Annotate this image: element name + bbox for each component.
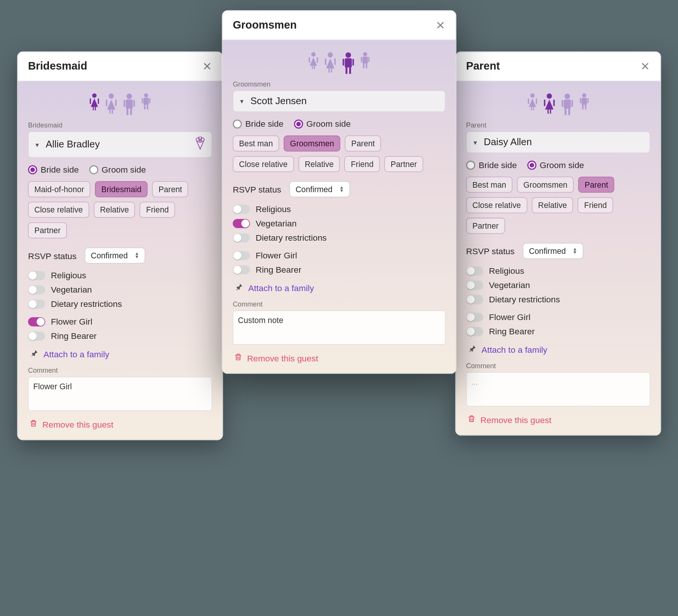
rsvp-select[interactable]: Confirmed ▲▼ xyxy=(289,181,350,197)
remove-guest-text: Remove this guest xyxy=(247,353,318,363)
role-chip[interactable]: Friend xyxy=(345,156,380,172)
dietary-toggle[interactable] xyxy=(466,295,483,304)
attach-family-text: Attach to a family xyxy=(44,349,109,359)
card-header: Bridesmaid ✕ xyxy=(18,52,222,81)
flower_girl-toggle[interactable] xyxy=(466,313,483,322)
groom-side-radio[interactable]: Groom side xyxy=(527,160,584,170)
role-chip[interactable]: Partner xyxy=(28,222,67,238)
close-icon[interactable]: ✕ xyxy=(202,61,212,72)
role-chip[interactable]: Close relative xyxy=(466,197,527,213)
role-chip[interactable]: Friend xyxy=(578,197,613,213)
svg-rect-68 xyxy=(580,98,581,103)
figure-woman-icon[interactable] xyxy=(105,93,117,115)
role-chip[interactable]: Best man xyxy=(233,135,279,152)
ring_bearer-label: Ring Bearer xyxy=(489,326,535,336)
role-chip[interactable]: Bridesmaid xyxy=(95,181,148,197)
figure-picker xyxy=(233,52,445,74)
role-chip[interactable]: Relative xyxy=(532,197,573,213)
role-chip[interactable]: Parent xyxy=(578,177,614,193)
rsvp-select[interactable]: Confirmed ▲▼ xyxy=(85,247,146,264)
role-chip[interactable]: Relative xyxy=(298,156,340,172)
bride-side-radio[interactable]: Bride side xyxy=(28,165,79,174)
guest-name-select[interactable]: ▼ Allie Bradley xyxy=(28,132,212,158)
ring_bearer-toggle[interactable] xyxy=(233,265,250,274)
comment-input[interactable]: Custom note xyxy=(233,310,445,344)
vegetarian-toggle[interactable] xyxy=(233,218,250,228)
role-chip[interactable]: Partner xyxy=(385,156,423,172)
role-chip[interactable]: Close relative xyxy=(28,202,89,218)
comment-label: Comment xyxy=(28,366,212,374)
vegetarian-toggle[interactable] xyxy=(466,281,483,290)
role-chip[interactable]: Parent xyxy=(152,181,189,197)
figure-woman-icon[interactable] xyxy=(324,52,336,74)
dietary-toggle[interactable] xyxy=(233,233,250,242)
attach-family-link[interactable]: Attach to a family xyxy=(30,349,212,360)
religious-toggle[interactable] xyxy=(28,271,45,280)
religious-toggle[interactable] xyxy=(233,204,250,213)
figure-man-icon[interactable] xyxy=(342,52,354,74)
bride-side-radio[interactable]: Bride side xyxy=(466,160,517,170)
figure-woman-icon[interactable] xyxy=(543,93,555,115)
figure-man-icon[interactable] xyxy=(561,93,573,115)
close-icon[interactable]: ✕ xyxy=(640,61,650,72)
chevron-down-icon: ▼ xyxy=(473,139,478,146)
figure-boy-icon[interactable] xyxy=(141,93,151,115)
svg-rect-69 xyxy=(587,98,588,103)
dietary-toggle[interactable] xyxy=(28,299,45,308)
groom-side-radio[interactable]: Groom side xyxy=(89,165,146,174)
role-chip[interactable]: Parent xyxy=(345,135,381,152)
close-icon[interactable]: ✕ xyxy=(436,20,445,31)
svg-point-10 xyxy=(126,94,132,99)
card-title: Groomsmen xyxy=(233,19,297,31)
role-chip[interactable]: Relative xyxy=(94,202,135,218)
remove-guest-button[interactable]: Remove this guest xyxy=(467,414,650,425)
vegetarian-toggle[interactable] xyxy=(28,285,45,294)
guest-name-select[interactable]: ▼ Scott Jensen xyxy=(233,90,445,112)
comment-input[interactable]: ... xyxy=(466,372,650,407)
comment-label: Comment xyxy=(466,362,650,370)
role-chip[interactable]: Groomsmen xyxy=(517,177,574,193)
remove-guest-button[interactable]: Remove this guest xyxy=(234,353,445,363)
sort-icon: ▲▼ xyxy=(339,186,344,193)
figure-girl-icon[interactable] xyxy=(89,93,99,115)
attach-family-text: Attach to a family xyxy=(482,345,547,355)
ring_bearer-toggle[interactable] xyxy=(28,331,45,340)
attach-family-link[interactable]: Attach to a family xyxy=(235,282,445,293)
attach-family-link[interactable]: Attach to a family xyxy=(468,344,650,355)
guest-name: Allie Bradley xyxy=(46,139,189,150)
groom-side-radio[interactable]: Groom side xyxy=(294,119,351,129)
figure-girl-icon[interactable] xyxy=(308,52,318,74)
figure-man-icon[interactable] xyxy=(123,93,135,115)
svg-rect-65 xyxy=(581,98,587,105)
svg-rect-55 xyxy=(550,109,551,114)
role-chip[interactable]: Groomsmen xyxy=(284,135,341,152)
rsvp-select[interactable]: Confirmed ▲▼ xyxy=(523,243,584,259)
religious-toggle[interactable] xyxy=(466,266,483,275)
figure-boy-icon[interactable] xyxy=(579,93,589,115)
svg-rect-9 xyxy=(115,100,117,106)
figure-girl-icon[interactable] xyxy=(527,93,537,115)
svg-rect-15 xyxy=(134,100,135,107)
ring_bearer-toggle[interactable] xyxy=(466,327,483,336)
guest-card: Bridesmaid ✕ xyxy=(17,52,223,440)
flower_girl-toggle[interactable] xyxy=(28,317,45,326)
role-chip[interactable]: Friend xyxy=(140,202,175,218)
role-chip[interactable]: Close relative xyxy=(233,156,294,172)
svg-rect-21 xyxy=(149,98,150,103)
remove-guest-button[interactable]: Remove this guest xyxy=(29,419,212,429)
svg-rect-40 xyxy=(343,59,344,65)
role-chip[interactable]: Partner xyxy=(466,218,505,234)
role-chip[interactable]: Maid-of-honor xyxy=(28,181,90,197)
svg-rect-33 xyxy=(331,68,332,73)
comment-input[interactable]: Flower Girl xyxy=(28,377,212,411)
role-chip[interactable]: Best man xyxy=(466,177,512,193)
flower_girl-toggle[interactable] xyxy=(233,251,250,260)
figure-boy-icon[interactable] xyxy=(360,52,370,74)
bride-side-label: Bride side xyxy=(245,119,283,129)
svg-rect-56 xyxy=(544,100,546,106)
card-title: Bridesmaid xyxy=(28,60,87,73)
bride-side-radio[interactable]: Bride side xyxy=(233,119,284,129)
guest-name-select[interactable]: ▼ Daisy Allen xyxy=(466,132,650,153)
figure-picker xyxy=(466,93,650,115)
dietary-label: Dietary restrictions xyxy=(255,233,327,243)
